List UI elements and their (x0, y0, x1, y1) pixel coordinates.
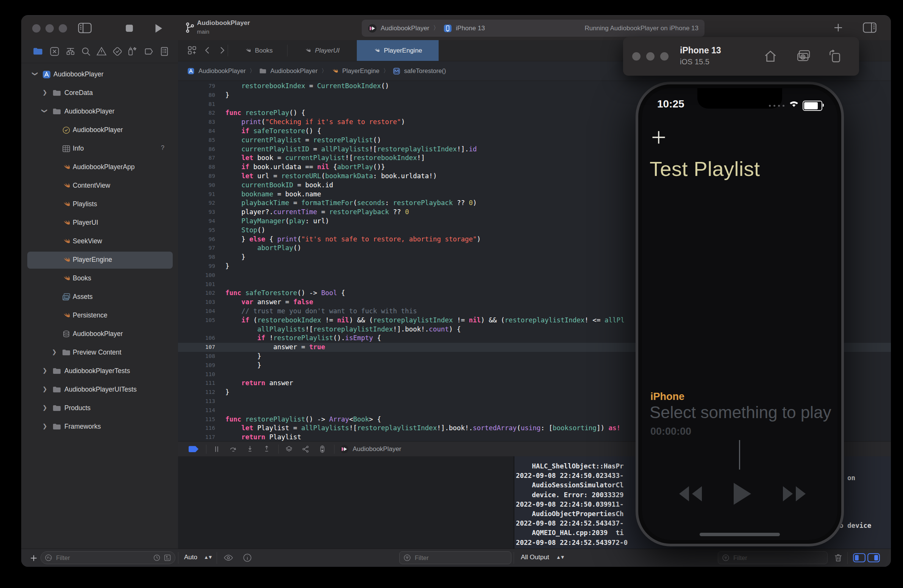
line-number[interactable]: 85 (178, 136, 215, 145)
sidebar-item-persistence[interactable]: Persistence (21, 306, 178, 325)
sidebar-toggle-icon[interactable] (78, 22, 92, 34)
line-number[interactable]: 91 (178, 190, 215, 199)
line-number[interactable]: 79 (178, 82, 215, 91)
scheme-branch[interactable]: main (197, 28, 209, 35)
variables-view[interactable] (178, 456, 514, 549)
disclosure-right-icon[interactable]: ❯ (52, 348, 57, 355)
line-number[interactable]: 99 (178, 262, 215, 271)
sidebar-item-audiobookplayer[interactable]: ❯AudiobookPlayer (21, 102, 178, 121)
window-zoom-button[interactable] (59, 24, 67, 33)
clear-console-trash-icon[interactable] (833, 553, 843, 563)
breadcrumb-item[interactable]: PlayerEngine (342, 67, 379, 75)
running-process-name[interactable]: AudiobookPlayer (352, 445, 401, 453)
step-into-icon[interactable] (245, 445, 255, 453)
sidebar-item-audiobookplayer[interactable]: AudiobookPlayer (21, 121, 178, 140)
simulator-window-titlebar[interactable]: iPhone 13 iOS 15.5 (623, 37, 859, 76)
scheme-name[interactable]: AudiobookPlayer (197, 19, 250, 27)
line-number[interactable]: 84 (178, 127, 215, 136)
report-navigator-icon[interactable] (159, 46, 170, 57)
step-out-icon[interactable] (262, 445, 272, 453)
sim-minimize-button[interactable] (646, 52, 654, 61)
console-pane-toggle-icon[interactable] (867, 553, 880, 563)
source-control-status-icon[interactable] (164, 554, 171, 561)
line-number[interactable]: 82 (178, 108, 215, 118)
line-number[interactable]: 100 (178, 271, 215, 280)
line-number[interactable]: 101 (178, 280, 215, 289)
breadcrumb-item[interactable]: AudiobookPlayer (198, 67, 246, 75)
memory-graph-icon[interactable] (301, 445, 311, 453)
line-number[interactable]: 92 (178, 199, 215, 208)
line-number[interactable]: 95 (178, 226, 215, 235)
sidebar-item-assets[interactable]: Assets (21, 288, 178, 306)
related-items-icon[interactable] (187, 45, 197, 55)
quicklook-eye-icon[interactable] (223, 553, 233, 563)
line-number[interactable]: 107 (178, 343, 215, 352)
line-number[interactable]: 116 (178, 424, 215, 433)
sidebar-item-contentview[interactable]: ContentView (21, 177, 178, 195)
rewind-button[interactable] (677, 485, 703, 503)
sidebar-item-products[interactable]: ❯Products (21, 399, 178, 418)
sidebar-item-seekview[interactable]: SeekView (21, 232, 178, 251)
line-number[interactable]: 117 (178, 433, 215, 441)
line-number[interactable]: 115 (178, 415, 215, 424)
line-number[interactable]: 96 (178, 235, 215, 244)
line-number[interactable]: 110 (178, 370, 215, 379)
environment-overrides-icon[interactable] (318, 445, 327, 453)
line-number[interactable]: 105 (178, 316, 215, 325)
line-number[interactable]: 112 (178, 388, 215, 397)
home-indicator[interactable] (700, 533, 780, 536)
line-number[interactable]: 83 (178, 118, 215, 127)
step-over-icon[interactable] (228, 445, 238, 453)
sidebar-item-info[interactable]: Info? (21, 140, 178, 158)
inspector-toggle-icon[interactable] (863, 22, 876, 33)
line-number[interactable]: 108 (178, 352, 215, 361)
pause-execution-icon[interactable] (212, 445, 222, 453)
library-plus-icon[interactable] (832, 22, 844, 33)
disclosure-right-icon[interactable]: ❯ (42, 89, 47, 96)
line-number[interactable]: 109 (178, 361, 215, 370)
line-number[interactable]: 94 (178, 217, 215, 226)
project-navigator-icon[interactable] (33, 46, 43, 57)
line-number[interactable]: 88 (178, 163, 215, 172)
tab-books[interactable]: Books (231, 40, 286, 61)
line-number[interactable]: 81 (178, 100, 215, 109)
source-control-navigator-icon[interactable] (49, 46, 60, 57)
line-number[interactable]: 93 (178, 208, 215, 217)
line-number[interactable]: 80 (178, 91, 215, 100)
line-number[interactable]: 102 (178, 289, 215, 298)
sidebar-item-frameworks[interactable]: ❯Frameworks (21, 418, 178, 436)
variables-scope-selector[interactable]: Auto (184, 554, 197, 561)
run-button[interactable] (153, 23, 164, 34)
line-number[interactable]: 89 (178, 172, 215, 181)
scrubber-line[interactable] (739, 440, 740, 470)
console-filter-field[interactable] (718, 551, 827, 564)
line-number[interactable]: 97 (178, 244, 215, 253)
view-hierarchy-icon[interactable] (284, 445, 294, 453)
play-button[interactable] (732, 482, 753, 506)
line-number[interactable]: 113 (178, 397, 215, 406)
sidebar-item-playerui[interactable]: PlayerUI (21, 214, 178, 232)
filter-input[interactable] (414, 554, 507, 562)
sidebar-item-playlists[interactable]: Playlists (21, 195, 178, 214)
breakpoint-navigator-icon[interactable] (143, 46, 154, 57)
screenshot-camera-icon[interactable] (796, 49, 811, 64)
find-navigator-icon[interactable] (81, 46, 91, 57)
disclosure-down-icon[interactable]: ❯ (32, 72, 39, 77)
line-number[interactable]: 111 (178, 379, 215, 388)
rotate-device-icon[interactable] (827, 49, 842, 64)
line-number[interactable]: 98 (178, 253, 215, 262)
line-number[interactable]: 103 (178, 298, 215, 307)
line-number[interactable]: 106 (178, 334, 215, 343)
sidebar-item-audiobookplayertests[interactable]: ❯AudiobookPlayerTests (21, 362, 178, 381)
sidebar-item-books[interactable]: Books (21, 270, 178, 288)
tab-playerengine[interactable]: PlayerEngine (357, 40, 439, 61)
window-close-button[interactable] (32, 24, 41, 33)
disclosure-down-icon[interactable]: ❯ (41, 108, 48, 113)
test-navigator-icon[interactable] (112, 46, 123, 57)
symbol-navigator-icon[interactable] (65, 46, 76, 57)
activity-view[interactable]: AudiobookPlayer 〉 iPhone 13 Running Audi… (362, 20, 705, 37)
console-scope-selector[interactable]: All Output (521, 554, 549, 561)
debug-navigator-icon[interactable] (126, 46, 137, 57)
sidebar-item-preview-content[interactable]: ❯Preview Content (21, 343, 178, 362)
line-number[interactable]: 86 (178, 145, 215, 154)
